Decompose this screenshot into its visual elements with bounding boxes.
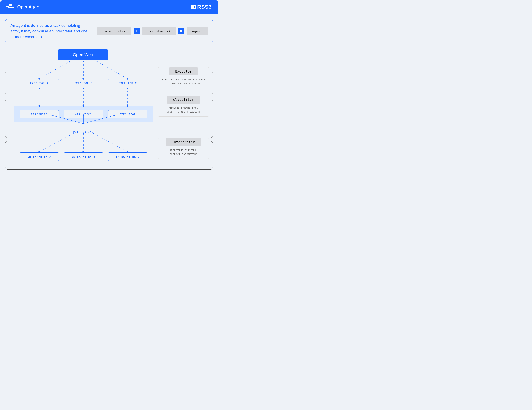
interpreter-title: Interpreter [166, 138, 201, 146]
brand-left: OpenAgent [6, 4, 41, 10]
moe-routing-node: MoE ROUTING [66, 128, 101, 136]
interpreter-a-node: INTERPRETER A [20, 152, 59, 161]
definition-text: An agent is defined as a task completing… [10, 23, 90, 40]
content-area: An agent is defined as a task completing… [0, 14, 218, 189]
interpreter-desc: UNDERSTAND THE TASK, EXTRACT PARAMETERS [158, 148, 209, 157]
equals-icon: = [178, 28, 184, 34]
equation-agent: Agent [187, 27, 208, 36]
open-web-node: Open Web [58, 49, 108, 60]
interpreter-section: INTERPRETER A INTERPRETER B INTERPRETER … [5, 141, 213, 169]
brand-name: RSS3 [197, 4, 212, 10]
executor-info-card: Executor EXECUTE THE TASK WITH ACCESS TO… [158, 67, 209, 88]
architecture-canvas: Open Web EXECUTOR A EXECUTOR B EXECUTOR … [5, 49, 213, 184]
rss3-logo-icon [191, 5, 196, 9]
classifier-desc: ANALYZE PARAMETERS, PICKS THE RIGHT EXEC… [158, 106, 209, 114]
product-title: OpenAgent [17, 4, 41, 10]
reasoning-node: REASONING [20, 110, 59, 119]
equation-executors: Executor(s) [142, 27, 176, 36]
interpreter-info-card: Interpreter UNDERSTAND THE TASK, EXTRACT… [158, 138, 209, 159]
interpreter-c-node: INTERPRETER C [108, 152, 147, 161]
classifier-title: Classifier [167, 96, 200, 104]
top-bar: OpenAgent RSS3 [0, 0, 218, 14]
agent-equation: Interpreter + Executor(s) = Agent [97, 27, 208, 36]
plus-icon: + [134, 28, 140, 34]
executor-section: EXECUTOR A EXECUTOR B EXECUTOR C Executo… [5, 71, 213, 95]
definition-card: An agent is defined as a task completing… [5, 19, 213, 43]
equation-interpreter: Interpreter [97, 27, 131, 36]
executor-b-node: EXECUTOR B [64, 79, 103, 87]
classifier-section: REASONING ANALYTICS EXECUTION MoE ROUTIN… [5, 99, 213, 138]
analytics-node: ANALYTICS [64, 110, 103, 119]
executor-title: Executor [169, 67, 198, 75]
brand-right: RSS3 [191, 4, 212, 10]
executor-a-node: EXECUTOR A [20, 79, 59, 87]
classifier-info-card: Classifier ANALYZE PARAMETERS, PICKS THE… [158, 95, 209, 117]
openagent-logo-icon [6, 4, 14, 9]
interpreter-b-node: INTERPRETER B [64, 152, 103, 161]
executor-desc: EXECUTE THE TASK WITH ACCESS TO THE EXTE… [158, 77, 209, 86]
execution-node: EXECUTION [108, 110, 147, 119]
executor-c-node: EXECUTOR C [108, 79, 147, 87]
diagram-frame: OpenAgent RSS3 An agent is defined as a … [0, 0, 218, 189]
